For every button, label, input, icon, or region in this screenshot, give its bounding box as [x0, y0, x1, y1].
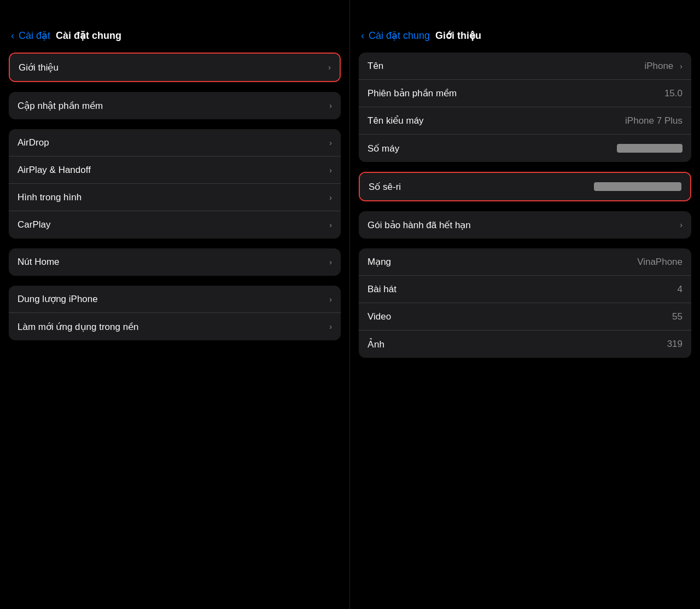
cap-nhat-item[interactable]: Cập nhật phần mềm › — [9, 92, 341, 119]
so-se-ri-wrapper: Số sê-ri — [359, 172, 691, 201]
cap-nhat-right: › — [325, 101, 332, 110]
ten-kieu-may-label: Tên kiểu máy — [368, 115, 424, 126]
right-group1: Tên iPhone › Phiên bản phần mềm 15.0 Tên… — [359, 53, 691, 162]
gioi-thieu-chevron: › — [328, 63, 331, 72]
gioi-thieu-right: › — [324, 63, 331, 72]
hinh-trong-hinh-chevron: › — [329, 193, 332, 202]
anh-item: Ảnh 319 — [359, 330, 691, 358]
anh-right: 319 — [667, 339, 682, 350]
dung-luong-item[interactable]: Dung lượng iPhone › — [9, 286, 341, 313]
hinh-trong-hinh-right: › — [325, 193, 332, 202]
storage-group: Dung lượng iPhone › Làm mới ứng dụng tro… — [9, 286, 341, 340]
airdrop-chevron: › — [329, 138, 332, 147]
dung-luong-chevron: › — [329, 295, 332, 304]
nut-home-chevron: › — [329, 258, 332, 266]
ten-value: iPhone — [644, 61, 673, 72]
goi-bao-hanh-item[interactable]: Gói bảo hành đã hết hạn › — [359, 211, 691, 239]
so-may-blurred — [617, 144, 682, 153]
ten-item[interactable]: Tên iPhone › — [359, 53, 691, 80]
gioi-thieu-label: Giới thiệu — [19, 62, 59, 73]
so-may-label: Số máy — [368, 143, 399, 154]
lam-moi-chevron: › — [329, 322, 332, 331]
cap-nhat-chevron: › — [329, 101, 332, 110]
phien-ban-value: 15.0 — [664, 88, 682, 99]
lam-moi-right: › — [325, 322, 332, 331]
airdrop-right: › — [325, 138, 332, 147]
video-item: Video 55 — [359, 303, 691, 330]
mang-item: Mạng VinaPhone — [359, 248, 691, 276]
cap-nhat-group: Cập nhật phần mềm › — [9, 92, 341, 119]
connectivity-group: AirDrop › AirPlay & Handoff › Hình trong… — [9, 129, 341, 239]
back-arrow-icon: ‹ — [11, 30, 14, 42]
mang-right: VinaPhone — [637, 257, 682, 268]
airplay-label: AirPlay & Handoff — [18, 165, 91, 176]
hinh-trong-hinh-label: Hình trong hình — [18, 192, 81, 203]
bai-hat-item: Bài hát 4 — [359, 276, 691, 303]
so-se-ri-label: Số sê-ri — [369, 181, 401, 193]
ten-chevron: › — [680, 62, 682, 71]
nut-home-item[interactable]: Nút Home › — [9, 248, 341, 276]
nut-home-right: › — [325, 258, 332, 266]
right-panel: ‹ Cài đặt chung Giới thiệu Tên iPhone › … — [350, 0, 700, 609]
gioi-thieu-item[interactable]: Giới thiệu › — [10, 54, 340, 81]
hinh-trong-hinh-item[interactable]: Hình trong hình › — [9, 184, 341, 211]
left-header: ‹ Cài đặt Cài đặt chung — [0, 0, 349, 47]
goi-bao-hanh-label: Gói bảo hành đã hết hạn — [368, 219, 471, 231]
cap-nhat-label: Cập nhật phần mềm — [18, 100, 103, 112]
ten-kieu-may-item: Tên kiểu máy iPhone 7 Plus — [359, 107, 691, 135]
so-may-right — [617, 144, 682, 153]
dung-luong-right: › — [325, 295, 332, 304]
right-title: Giới thiệu — [435, 30, 481, 42]
so-may-item: Số máy — [359, 135, 691, 162]
carplay-label: CarPlay — [18, 219, 50, 230]
right-settings-content: Tên iPhone › Phiên bản phần mềm 15.0 Tên… — [350, 47, 700, 609]
gioi-thieu-group: Giới thiệu › — [9, 53, 341, 82]
so-se-ri-right — [594, 182, 681, 191]
left-back-link[interactable]: Cài đặt — [19, 30, 50, 42]
mang-label: Mạng — [368, 256, 391, 268]
ten-label: Tên — [368, 61, 383, 72]
phien-ban-label: Phiên bản phần mềm — [368, 88, 457, 99]
video-right: 55 — [672, 311, 682, 322]
ten-right: iPhone › — [644, 61, 682, 72]
so-se-ri-inner: Số sê-ri — [360, 173, 690, 200]
carplay-right: › — [325, 221, 332, 229]
ten-kieu-may-right: iPhone 7 Plus — [625, 115, 682, 126]
anh-label: Ảnh — [368, 339, 384, 350]
airdrop-label: AirDrop — [18, 137, 49, 148]
dung-luong-label: Dung lượng iPhone — [18, 293, 98, 305]
bai-hat-value: 4 — [678, 284, 682, 295]
so-se-ri-item: Số sê-ri — [360, 173, 690, 200]
airdrop-item[interactable]: AirDrop › — [9, 129, 341, 156]
left-title: Cài đặt chung — [56, 30, 121, 42]
anh-value: 319 — [667, 339, 682, 350]
goi-bao-hanh-right: › — [675, 221, 682, 229]
airplay-right: › — [325, 166, 332, 175]
right-group4: Mạng VinaPhone Bài hát 4 Video 55 Ảnh — [359, 248, 691, 358]
right-group3: Gói bảo hành đã hết hạn › — [359, 211, 691, 239]
mang-value: VinaPhone — [637, 257, 682, 268]
gioi-thieu-inner: Giới thiệu › — [10, 54, 340, 81]
video-label: Video — [368, 311, 391, 322]
left-settings-content: Giới thiệu › Cập nhật phần mềm › AirDrop — [0, 47, 349, 609]
ten-kieu-may-value: iPhone 7 Plus — [625, 115, 682, 126]
right-back-link[interactable]: Cài đặt chung — [369, 30, 430, 42]
video-value: 55 — [672, 311, 682, 322]
lam-moi-label: Làm mới ứng dụng trong nền — [18, 321, 139, 333]
carplay-item[interactable]: CarPlay › — [9, 211, 341, 239]
bai-hat-label: Bài hát — [368, 284, 396, 295]
phien-ban-right: 15.0 — [664, 88, 682, 99]
left-panel: ‹ Cài đặt Cài đặt chung Giới thiệu › Cập… — [0, 0, 350, 609]
nut-home-label: Nút Home — [18, 257, 60, 268]
so-se-ri-blurred — [594, 182, 681, 191]
bai-hat-right: 4 — [678, 284, 682, 295]
lam-moi-item[interactable]: Làm mới ứng dụng trong nền › — [9, 313, 341, 340]
airplay-chevron: › — [329, 166, 332, 175]
right-header: ‹ Cài đặt chung Giới thiệu — [350, 0, 700, 47]
nut-home-group: Nút Home › — [9, 248, 341, 276]
airplay-item[interactable]: AirPlay & Handoff › — [9, 156, 341, 184]
goi-bao-hanh-chevron: › — [680, 221, 682, 229]
right-back-arrow-icon: ‹ — [361, 30, 364, 42]
phien-ban-item: Phiên bản phần mềm 15.0 — [359, 80, 691, 107]
carplay-chevron: › — [329, 221, 332, 229]
